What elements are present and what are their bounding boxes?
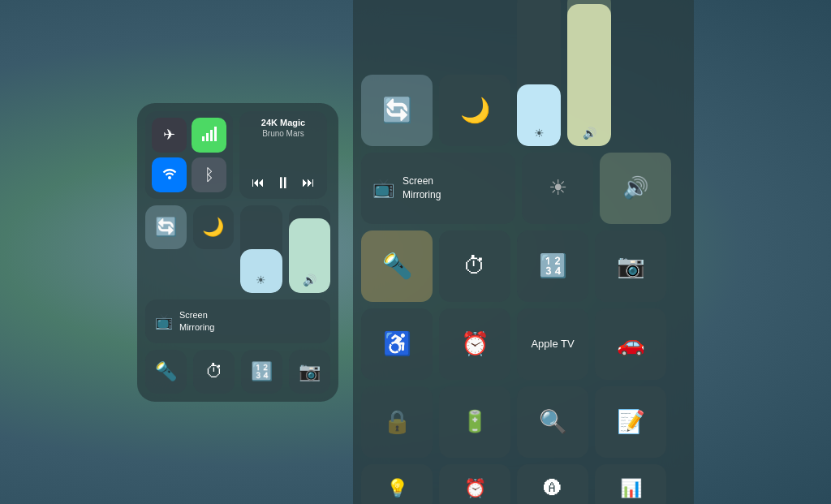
right-carplay-button[interactable]: 🚗 [595,308,666,380]
right-zoom-button[interactable]: 🔍 [517,386,588,458]
right-brightness-slider[interactable]: ☀ [517,0,561,146]
timer-button[interactable]: ⏱ [193,350,235,394]
lock-rotation-button[interactable]: 🔄 [145,205,187,249]
right-main-col: 🔄 🌙 ☀ 🔊 📺 [361,0,671,504]
right-zoom-icon: 🔍 [539,408,567,435]
right-battery-button[interactable]: 🔋 [439,386,510,458]
music-info: 24K Magic Bruno Mars [246,118,321,138]
right-do-not-disturb-button[interactable]: 🌙 [439,75,510,146]
right-lock-rotation-button[interactable]: 🔄 [361,75,433,146]
right-partial-1-icon: 💡 [386,478,408,499]
right-partial-4-icon: 📊 [620,478,642,499]
right-battery-icon: 🔋 [462,409,488,434]
calculator-icon: 🔢 [251,361,273,382]
right-accessibility-icon: ♿ [383,330,411,357]
right-calculator-button[interactable]: 🔢 [517,230,588,302]
fast-forward-button[interactable]: ⏭ [302,175,315,190]
right-partial-3-icon: 🅐 [544,478,562,499]
left-second-row: 🔄 🌙 ☀ 🔊 [145,205,330,293]
music-controls: ⏮ ⏸ ⏭ [246,174,321,192]
screen-mirroring-icon: 📺 [155,312,173,330]
flashlight-icon: 🔦 [155,361,177,382]
right-volume-label-tile[interactable]: 🔊 [600,153,671,224]
right-lock-button[interactable]: 🔒 [361,386,433,458]
right-screen-mirroring-label: ScreenMirroring [403,174,441,202]
volume-slider[interactable]: 🔊 [289,205,330,293]
bluetooth-icon: ᛒ [205,166,214,184]
right-row2: 📺 ScreenMirroring ☀ 🔊 [361,153,671,224]
pause-button[interactable]: ⏸ [275,174,291,192]
screen-mirroring-button[interactable]: 📺 ScreenMirroring [145,299,330,343]
svg-rect-3 [214,127,217,141]
right-control-panel: 🔄 🌙 ☀ 🔊 📺 [353,0,694,504]
svg-rect-0 [202,136,205,141]
camera-icon: 📷 [299,361,321,382]
right-brightness-label-tile[interactable]: ☀ [522,153,593,224]
left-bottom-row: 🔦 ⏱ 🔢 📷 [145,350,330,394]
volume-icon: 🔊 [303,274,316,286]
lock-rotation-icon: 🔄 [155,217,177,238]
timer-icon: ⏱ [205,361,223,382]
right-carplay-icon: 🚗 [617,330,645,357]
airplane-mode-button[interactable]: ✈ [152,118,187,153]
music-tile[interactable]: 24K Magic Bruno Mars ⏮ ⏸ ⏭ [239,111,327,199]
right-row3-grid: 🔦 ⏱ 🔢 📷 [361,230,671,302]
right-lock-rotation-icon: 🔄 [382,96,412,124]
right-flashlight-button[interactable]: 🔦 [361,230,433,302]
right-timer-icon: ⏱ [463,252,486,279]
airplane-icon: ✈ [163,126,175,144]
right-lock-icon: 🔒 [383,408,411,435]
connectivity-block: ✈ ᛒ [145,111,233,199]
camera-button[interactable]: 📷 [289,350,330,394]
right-partial-1[interactable]: 💡 [361,464,433,505]
right-speaker-icon: 🔊 [622,175,648,200]
left-third-row: 📺 ScreenMirroring [145,299,330,343]
right-screen-mirroring-button[interactable]: 📺 ScreenMirroring [361,153,515,224]
right-row4-grid: ♿ ⏰ Apple TV 🚗 [361,308,671,380]
right-timer-button[interactable]: ⏱ [439,230,510,302]
flashlight-button[interactable]: 🔦 [145,350,187,394]
rewind-button[interactable]: ⏮ [252,175,265,190]
right-flashlight-icon: 🔦 [382,252,412,280]
svg-rect-1 [206,133,209,141]
right-volume-icon: 🔊 [583,127,596,140]
left-top-row: ✈ ᛒ 24K Magic Bruno Mars [145,111,330,199]
right-alarm-button[interactable]: ⏰ [439,308,510,380]
left-control-panel: ✈ ᛒ 24K Magic Bruno Mars [137,103,338,402]
right-accessibility-button[interactable]: ♿ [361,308,433,380]
wifi-button[interactable] [152,157,187,192]
right-partial-4[interactable]: 📊 [595,464,666,505]
right-screen-mirroring-icon: 📺 [372,178,394,199]
wifi-icon [161,166,178,183]
music-title: 24K Magic [246,118,321,127]
bluetooth-button[interactable]: ᛒ [192,157,226,192]
right-camera-icon: 📷 [617,252,645,279]
right-notes-button[interactable]: 📝 [595,386,666,458]
brightness-slider[interactable]: ☀ [240,205,282,293]
do-not-disturb-button[interactable]: 🌙 [193,205,235,249]
calculator-button[interactable]: 🔢 [241,350,282,394]
brightness-icon: ☀ [256,274,266,286]
right-panel-inner: 🔄 🌙 ☀ 🔊 📺 [361,0,686,504]
right-row6-partial: 💡 ⏰ 🅐 📊 [361,464,671,505]
right-appletv-label: Apple TV [531,338,574,350]
music-artist: Bruno Mars [246,129,321,138]
right-row1: 🔄 🌙 ☀ 🔊 [361,0,671,146]
right-camera-button[interactable]: 📷 [595,230,666,302]
right-volume-slider[interactable]: 🔊 [567,0,611,146]
moon-icon: 🌙 [202,217,224,238]
right-brightness-icon: ☀ [534,127,545,140]
right-partial-2-icon: ⏰ [464,478,486,499]
right-row5-grid: 🔒 🔋 🔍 📝 [361,386,671,458]
cellular-icon [202,127,217,144]
screen-mirroring-label: ScreenMirroring [179,309,214,333]
right-partial-3[interactable]: 🅐 [517,464,588,505]
right-moon-icon: 🌙 [460,96,490,124]
right-notes-icon: 📝 [617,408,645,435]
svg-rect-2 [210,130,213,141]
right-partial-2[interactable]: ⏰ [439,464,510,505]
right-appletv-button[interactable]: Apple TV [517,308,588,380]
cellular-button[interactable] [192,118,226,153]
right-alarm-icon: ⏰ [461,330,489,357]
right-calculator-icon: 🔢 [539,252,567,279]
